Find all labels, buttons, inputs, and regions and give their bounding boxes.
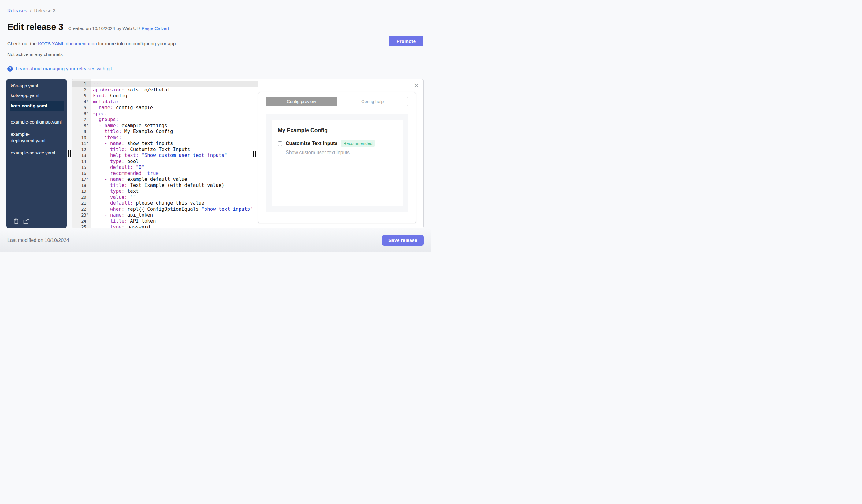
page-title: Edit release 3 (7, 22, 63, 32)
line-number[interactable]: 21 (72, 200, 91, 207)
file-list: k8s-app.yamlkots-app.yamlkots-config.yam… (6, 79, 67, 158)
footer-bar: Last modified on 10/10/2024 Save release (0, 228, 431, 252)
code-line-16[interactable]: 16 recommended: true (72, 171, 258, 177)
code-line-22[interactable]: 22 when: repl{{ ConfigOptionEquals "show… (72, 207, 258, 213)
doc-info-line: Check out the KOTS YAML documentation fo… (7, 41, 177, 47)
tab-config-preview[interactable]: Config preview (266, 97, 337, 106)
customize-text-inputs-checkbox[interactable] (278, 141, 282, 146)
code-line-21[interactable]: 21 default: please change this value (72, 200, 258, 207)
code-line-15[interactable]: 15 default: "0" (72, 164, 258, 171)
page-root: Releases / Release 3 Edit release 3 Crea… (0, 0, 431, 252)
code-line-1[interactable]: 1--- (72, 81, 258, 87)
config-panel: Config preview Config help My Example Co… (258, 92, 416, 223)
line-number[interactable]: 10 (72, 135, 91, 141)
add-folder-icon[interactable] (23, 218, 29, 225)
file-item-kots-config.yaml[interactable]: kots-config.yaml (10, 101, 64, 111)
fold-caret-icon[interactable]: ▾ (87, 123, 88, 126)
file-item-example-deployment.yaml[interactable]: example-deployment.yaml (6, 130, 67, 145)
code-line-7[interactable]: 7 groups: (72, 117, 258, 123)
line-number[interactable]: 18 (72, 183, 91, 189)
line-number[interactable]: 22 (72, 207, 91, 213)
add-file-icon[interactable] (13, 218, 20, 225)
editor-container: 1---2apiVersion: kots.io/v1beta13kind: C… (72, 79, 424, 228)
code-line-3[interactable]: 3kind: Config (72, 93, 258, 99)
text-cursor (102, 81, 103, 86)
code-line-4[interactable]: 4▾metadata: (72, 99, 258, 105)
code-line-13[interactable]: 13 help_text: "Show custom user text inp… (72, 152, 258, 159)
code-line-20[interactable]: 20 value: "" (72, 195, 258, 201)
yaml-editor[interactable]: 1---2apiVersion: kots.io/v1beta13kind: C… (72, 79, 258, 228)
git-releases-link[interactable]: Learn about managing your releases with … (16, 66, 112, 71)
code-line-8[interactable]: 8▾ - name: example_settings (72, 123, 258, 129)
fold-caret-icon[interactable]: ▾ (87, 213, 88, 216)
line-number[interactable]: 14 (72, 159, 91, 165)
line-number[interactable]: 25 (72, 224, 91, 228)
close-icon[interactable]: ✕ (414, 82, 419, 89)
code-line-9[interactable]: 9 title: My Example Config (72, 129, 258, 135)
sidebar-resize-handle[interactable] (68, 150, 71, 157)
line-number[interactable]: 9 (72, 129, 91, 135)
config-item-help: Show custom user text inputs (286, 150, 396, 155)
line-number[interactable]: 19 (72, 188, 91, 195)
file-sidebar: k8s-app.yamlkots-app.yamlkots-config.yam… (6, 79, 67, 228)
code-line-10[interactable]: 10 items: (72, 135, 258, 141)
fold-caret-icon[interactable]: ▾ (87, 100, 88, 103)
config-item-label: Customize Text Inputs (286, 141, 338, 146)
code-line-6[interactable]: 6▾spec: (72, 111, 258, 117)
code-line-17[interactable]: 17▾ - name: example_default_value (72, 176, 258, 183)
line-number[interactable]: 3 (72, 93, 91, 99)
sidebar-footer (10, 215, 64, 226)
line-number[interactable]: 24 (72, 218, 91, 225)
line-number[interactable]: 1 (72, 81, 91, 87)
file-group-divider (10, 113, 64, 114)
code-line-18[interactable]: 18 title: Text Example (with default val… (72, 183, 258, 189)
help-question-icon: ? (7, 66, 13, 71)
fold-caret-icon[interactable]: ▾ (87, 111, 88, 115)
breadcrumb-current: Release 3 (34, 8, 56, 13)
channel-status: Not active in any channels (7, 52, 63, 57)
file-item-kots-app.yaml[interactable]: kots-app.yaml (6, 91, 67, 100)
line-number[interactable]: 13 (72, 152, 91, 159)
doc-suffix: for more info on configuring your app. (97, 41, 177, 46)
code-line-12[interactable]: 12 title: Customize Text Inputs (72, 147, 258, 153)
code-line-2[interactable]: 2apiVersion: kots.io/v1beta1 (72, 87, 258, 93)
line-number[interactable]: 16 (72, 171, 91, 177)
line-number[interactable]: 15 (72, 164, 91, 171)
doc-prefix: Check out the (7, 41, 38, 46)
line-number[interactable]: 12 (72, 147, 91, 153)
config-preview-area: My Example Config Customize Text Inputs … (266, 114, 408, 212)
code-line-14[interactable]: 14 type: bool (72, 159, 258, 165)
recommended-badge: Recommended (341, 140, 375, 147)
code-line-5[interactable]: 5 name: config-sample (72, 105, 258, 111)
config-group-title: My Example Config (278, 127, 396, 134)
config-preview-card: My Example Config Customize Text Inputs … (272, 120, 403, 207)
line-number[interactable]: 2 (72, 87, 91, 93)
breadcrumb-releases-link[interactable]: Releases (7, 8, 27, 13)
editor-resize-handle[interactable] (253, 151, 256, 157)
save-release-button[interactable]: Save release (382, 235, 424, 246)
fold-caret-icon[interactable]: ▾ (87, 177, 88, 180)
fold-caret-icon[interactable]: ▾ (87, 141, 88, 144)
author-link[interactable]: Paige Calvert (142, 26, 169, 31)
code-line-11[interactable]: 11▾ - name: show_text_inputs (72, 141, 258, 147)
code-line-25[interactable]: 25 type: password (72, 224, 258, 228)
breadcrumb: Releases / Release 3 (7, 8, 55, 13)
line-number[interactable]: 7 (72, 117, 91, 123)
code-line-23[interactable]: 23▾ - name: api_token (72, 212, 258, 218)
file-item-example-configmap.yaml[interactable]: example-configmap.yaml (6, 117, 67, 127)
breadcrumb-separator: / (30, 8, 31, 13)
last-modified: Last modified on 10/10/2024 (7, 238, 69, 243)
created-text: Created on 10/10/2024 by Web UI / Paige … (68, 26, 169, 31)
line-number[interactable]: 20 (72, 195, 91, 201)
file-item-example-service.yaml[interactable]: example-service.yaml (6, 148, 67, 158)
file-item-k8s-app.yaml[interactable]: k8s-app.yaml (6, 81, 67, 91)
code-line-24[interactable]: 24 title: API token (72, 218, 258, 225)
code-line-19[interactable]: 19 type: text (72, 188, 258, 195)
config-tabs: Config preview Config help (266, 97, 408, 106)
tab-config-help[interactable]: Config help (337, 97, 409, 106)
kots-doc-link[interactable]: KOTS YAML documentation (38, 41, 97, 46)
line-number[interactable]: 5 (72, 105, 91, 111)
created-prefix: Created on 10/10/2024 by Web UI / (68, 26, 142, 31)
promote-button[interactable]: Promote (389, 36, 423, 47)
